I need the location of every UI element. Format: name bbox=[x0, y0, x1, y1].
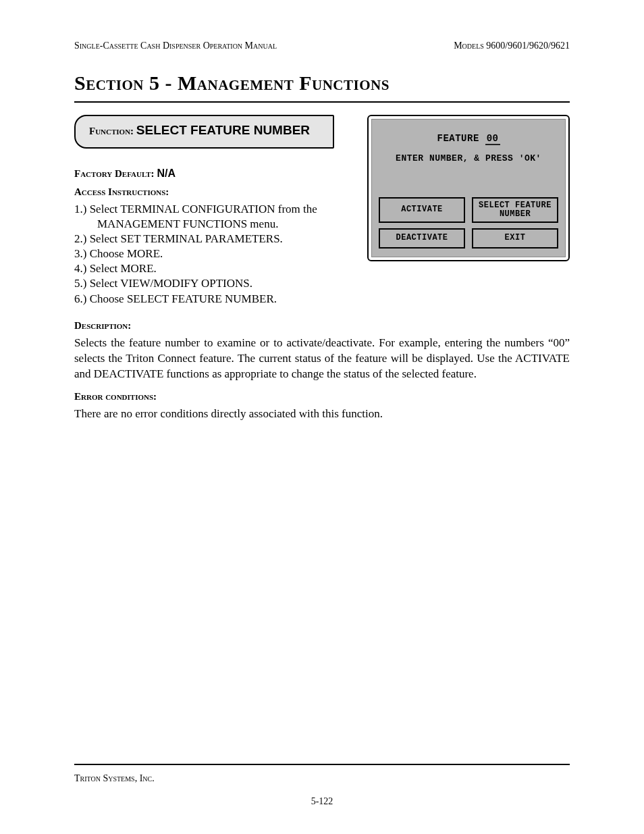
screen-feature-value: 00 bbox=[485, 133, 500, 145]
list-item: 5.) Select VIEW/MODIFY OPTIONS. bbox=[74, 276, 355, 291]
running-header: Single-Cassette Cash Dispenser Operation… bbox=[74, 41, 570, 51]
screen-feature-label: FEATURE bbox=[437, 133, 485, 144]
title-rule bbox=[74, 101, 570, 103]
header-right: Models 9600/9601/9620/9621 bbox=[454, 41, 570, 51]
access-steps: 1.) Select TERMINAL CONFIGURATION from t… bbox=[74, 202, 355, 307]
error-conditions-label: Error conditions: bbox=[74, 391, 570, 402]
header-left: Single-Cassette Cash Dispenser Operation… bbox=[74, 41, 277, 51]
function-label: Function: bbox=[89, 126, 136, 136]
screen-feature-line: FEATURE 00 bbox=[379, 133, 558, 144]
atm-screen-illustration: FEATURE 00 ENTER NUMBER, & PRESS 'OK' AC… bbox=[367, 115, 570, 261]
list-item: 4.) Select MORE. bbox=[74, 261, 355, 276]
function-tab: Function: SELECT FEATURE NUMBER bbox=[74, 115, 334, 149]
function-name: SELECT FEATURE NUMBER bbox=[136, 123, 310, 137]
screen-prompt: ENTER NUMBER, & PRESS 'OK' bbox=[379, 153, 558, 163]
exit-button[interactable]: EXIT bbox=[472, 228, 558, 249]
footer-rule bbox=[74, 764, 570, 765]
footer: Triton Systems, Inc. 5-122 bbox=[74, 764, 570, 807]
page-number: 5-122 bbox=[74, 796, 570, 807]
footer-company: Triton Systems, Inc. bbox=[74, 773, 570, 784]
list-item: 2.) Select SET TERMINAL PARAMETERS. bbox=[74, 232, 355, 246]
factory-default-value: N/A bbox=[157, 167, 176, 179]
activate-button[interactable]: ACTIVATE bbox=[379, 197, 465, 223]
deactivate-button[interactable]: DEACTIVATE bbox=[379, 228, 465, 249]
list-item: 1.) Select TERMINAL CONFIGURATION from t… bbox=[74, 202, 355, 232]
factory-default-line: Factory Default: N/A bbox=[74, 167, 355, 180]
factory-default-label: Factory Default: bbox=[74, 168, 157, 179]
error-conditions-text: There are no error conditions directly a… bbox=[74, 407, 570, 422]
section-title: Section 5 - Management Functions bbox=[74, 72, 570, 95]
list-item: 3.) Choose MORE. bbox=[74, 246, 355, 261]
description-label: Description: bbox=[74, 320, 570, 332]
select-feature-number-button[interactable]: SELECT FEATURE NUMBER bbox=[472, 197, 558, 223]
access-instructions-label: Access Instructions: bbox=[74, 186, 355, 198]
list-item: 6.) Choose SELECT FEATURE NUMBER. bbox=[74, 292, 355, 307]
description-text: Selects the feature number to examine or… bbox=[74, 336, 570, 382]
